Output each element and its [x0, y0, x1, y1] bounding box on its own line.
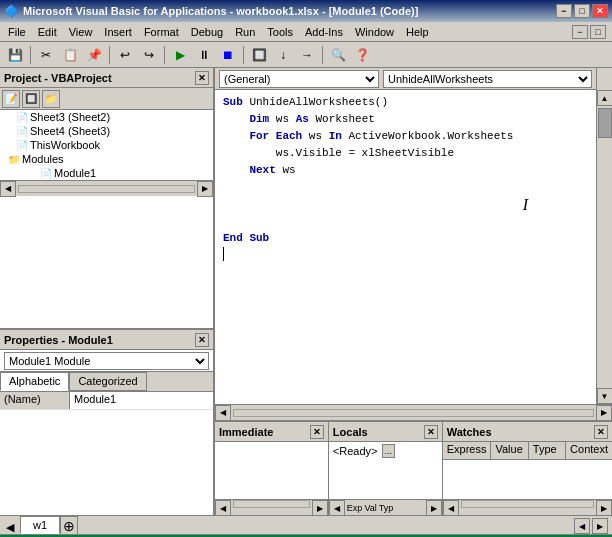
toolbar-redo[interactable]: ↪: [138, 44, 160, 66]
tab-categorized[interactable]: Categorized: [69, 372, 146, 391]
close-button[interactable]: ✕: [592, 4, 608, 18]
toolbar-help[interactable]: ❓: [351, 44, 373, 66]
menu-run[interactable]: Run: [229, 24, 261, 40]
properties-close-btn[interactable]: ✕: [195, 333, 209, 347]
locals-header: Locals ✕: [329, 422, 442, 442]
watches-header: Watches ✕: [443, 422, 612, 442]
toolbar-undo[interactable]: ↩: [114, 44, 136, 66]
props-key-name: (Name): [0, 392, 70, 409]
toolbar-stop[interactable]: ⏹: [217, 44, 239, 66]
hscroll-left-btn[interactable]: ◀: [0, 181, 16, 197]
menu-file[interactable]: File: [2, 24, 32, 40]
toolbar: 💾 ✂ 📋 📌 ↩ ↪ ▶ ⏸ ⏹ 🔲 ↓ → 🔍 ❓: [0, 42, 612, 68]
tab-w1[interactable]: w1: [20, 516, 60, 534]
locals-title: Locals: [333, 426, 368, 438]
loc-scroll-left[interactable]: ◀: [329, 500, 345, 516]
tree-item-sheet3[interactable]: 📄 Sheet3 (Sheet2): [0, 110, 213, 124]
watches-close-btn[interactable]: ✕: [594, 425, 608, 439]
toolbar-pause[interactable]: ⏸: [193, 44, 215, 66]
vscroll-down-btn[interactable]: ▼: [597, 388, 613, 404]
tree-item-thisworkbook[interactable]: 📄 ThisWorkbook: [0, 138, 213, 152]
tree-item-module1[interactable]: 📄 Module1: [0, 166, 213, 180]
immediate-content[interactable]: [215, 442, 328, 499]
properties-select[interactable]: Module1 Module: [4, 352, 209, 370]
locals-ellipsis-btn[interactable]: ...: [382, 444, 396, 458]
menu-insert[interactable]: Insert: [98, 24, 138, 40]
toolbar-step[interactable]: ↓: [272, 44, 294, 66]
menu-help[interactable]: Help: [400, 24, 435, 40]
hscroll-track[interactable]: [233, 409, 594, 417]
imm-scroll-track[interactable]: [233, 500, 310, 508]
title-text: Microsoft Visual Basic for Applications …: [23, 5, 556, 17]
hscroll-right-btn[interactable]: ▶: [197, 181, 213, 197]
vba-minimize-inner[interactable]: −: [572, 25, 588, 39]
wat-scroll-left[interactable]: ◀: [443, 500, 459, 516]
code-dropdown-right[interactable]: UnhideAllWorksheets: [383, 70, 592, 88]
main-container: Project - VBAProject ✕ 📝 🔲 📁 📄 Sheet3 (S…: [0, 68, 612, 515]
menu-addins[interactable]: Add-Ins: [299, 24, 349, 40]
project-hscroll[interactable]: ◀ ▶: [0, 180, 213, 196]
props-row-name: (Name) Module1: [0, 392, 213, 410]
vscroll-up-btn[interactable]: ▲: [597, 90, 613, 106]
imm-scroll-right[interactable]: ▶: [312, 500, 328, 516]
tab-add-btn[interactable]: ⊕: [60, 516, 78, 534]
properties-panel: Properties - Module1 ✕ Module1 Module Al…: [0, 330, 213, 515]
props-val-name[interactable]: Module1: [70, 392, 213, 409]
right-panel: (General) UnhideAllWorksheets Sub Unhide…: [215, 68, 612, 515]
toolbar-sep-5: [322, 46, 323, 64]
properties-dropdown[interactable]: Module1 Module: [0, 350, 213, 372]
tree-item-module1-label: Module1: [54, 167, 96, 179]
tab-alphabetic[interactable]: Alphabetic: [0, 372, 69, 391]
locals-hscroll[interactable]: ◀ Exp Val Typ ▶: [329, 499, 442, 515]
proj-view-object[interactable]: 🔲: [22, 90, 40, 108]
toolbar-toggle-bpnt[interactable]: 🔲: [248, 44, 270, 66]
toolbar-cut[interactable]: ✂: [35, 44, 57, 66]
toolbar-run[interactable]: ▶: [169, 44, 191, 66]
menu-debug[interactable]: Debug: [185, 24, 229, 40]
watches-hscroll[interactable]: ◀ ▶: [443, 499, 612, 515]
project-close-btn[interactable]: ✕: [195, 71, 209, 85]
proj-toggle-folders[interactable]: 📁: [42, 90, 60, 108]
code-editor-wrapper: Sub UnhideAllWorksheets() Dim ws As Work…: [215, 90, 612, 404]
toolbar-step-over[interactable]: →: [296, 44, 318, 66]
vba-restore-inner[interactable]: □: [590, 25, 606, 39]
locals-placeholder: <Ready>: [333, 445, 378, 457]
code-hscrollbar[interactable]: ◀ ▶: [215, 404, 612, 420]
tree-item-sheet4[interactable]: 📄 Sheet4 (Sheet3): [0, 124, 213, 138]
locals-val-label: Val: [364, 503, 376, 513]
menu-tools[interactable]: Tools: [261, 24, 299, 40]
code-vscrollbar[interactable]: ▲ ▼: [596, 90, 612, 404]
imm-scroll-left[interactable]: ◀: [215, 500, 231, 516]
watches-content[interactable]: [443, 460, 612, 499]
immediate-close-btn[interactable]: ✕: [310, 425, 324, 439]
locals-content[interactable]: <Ready> ...: [329, 442, 442, 499]
modules-icon: 📁: [8, 154, 20, 165]
menu-edit[interactable]: Edit: [32, 24, 63, 40]
tree-item-modules[interactable]: 📁 Modules: [0, 152, 213, 166]
wat-scroll-right[interactable]: ▶: [596, 500, 612, 516]
tab-scroll-left[interactable]: ◀: [0, 521, 20, 534]
toolbar-save[interactable]: 💾: [4, 44, 26, 66]
menu-format[interactable]: Format: [138, 24, 185, 40]
menu-window[interactable]: Window: [349, 24, 400, 40]
minimize-button[interactable]: −: [556, 4, 572, 18]
tab-scroll-btn-left[interactable]: ◀: [574, 518, 590, 534]
restore-button[interactable]: □: [574, 4, 590, 18]
toolbar-paste[interactable]: 📌: [83, 44, 105, 66]
tab-scroll-btn-right[interactable]: ▶: [592, 518, 608, 534]
code-dropdown-left[interactable]: (General): [219, 70, 379, 88]
loc-scroll-right[interactable]: ▶: [426, 500, 442, 516]
locals-close-btn[interactable]: ✕: [424, 425, 438, 439]
proj-view-code[interactable]: 📝: [2, 90, 20, 108]
toolbar-copy[interactable]: 📋: [59, 44, 81, 66]
menu-view[interactable]: View: [63, 24, 99, 40]
hscroll-left[interactable]: ◀: [215, 405, 231, 421]
immediate-hscroll[interactable]: ◀ ▶: [215, 499, 328, 515]
vscroll-track[interactable]: [597, 106, 612, 388]
toolbar-find[interactable]: 🔍: [327, 44, 349, 66]
vscroll-thumb[interactable]: [598, 108, 612, 138]
wat-scroll-track[interactable]: [461, 500, 594, 508]
project-tree[interactable]: 📄 Sheet3 (Sheet2) 📄 Sheet4 (Sheet3) 📄 Th…: [0, 110, 213, 330]
hscroll-right[interactable]: ▶: [596, 405, 612, 421]
code-area[interactable]: Sub UnhideAllWorksheets() Dim ws As Work…: [215, 90, 596, 404]
